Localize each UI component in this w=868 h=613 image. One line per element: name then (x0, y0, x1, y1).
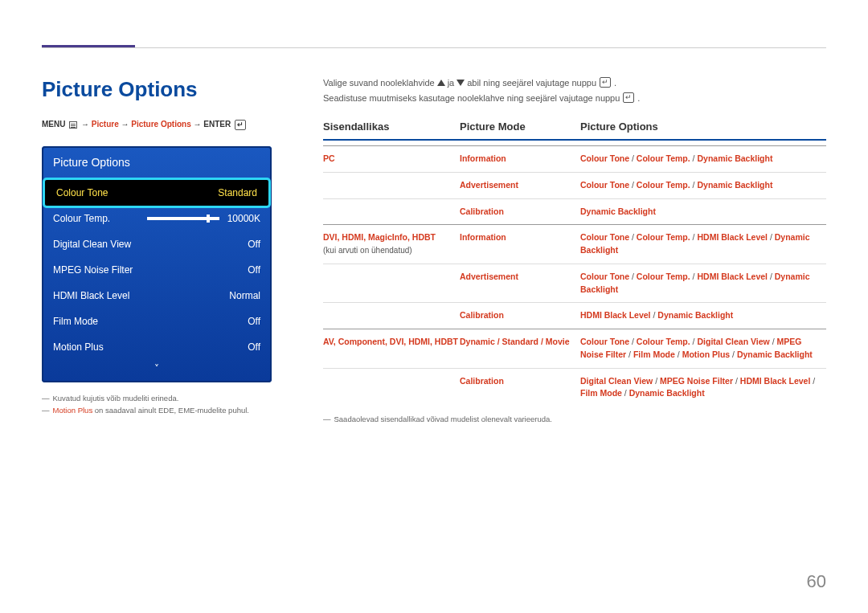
table-footer: ― Saadaolevad sisendallikad võivad mudel… (323, 415, 826, 423)
left-column: Picture Options MENU → Picture → Picture… (42, 77, 272, 423)
header-divider (42, 47, 826, 48)
breadcrumb-menu: MENU (42, 120, 65, 129)
cell-mode: Calibration (460, 309, 580, 322)
table-row: CalibrationDigital Clean View / MPEG Noi… (323, 368, 826, 407)
cell-source (323, 271, 460, 296)
table-row: CalibrationHDMI Black Level / Dynamic Ba… (323, 302, 826, 329)
intro-line-1: Valige suvand nooleklahvide ja abil ning… (323, 77, 826, 88)
cell-options: Colour Tone / Colour Temp. / HDMI Black … (580, 271, 826, 296)
table-row: PCInformationColour Tone / Colour Temp. … (323, 145, 826, 172)
intro-line-2: Seadistuse muutmiseks kasutage nooleklah… (323, 92, 826, 103)
footnote-1: ― Kuvatud kujutis võib mudeliti erineda. (42, 394, 272, 403)
table-row: AdvertisementColour Tone / Colour Temp. … (323, 264, 826, 303)
table-header: Sisendallikas Picture Mode Picture Optio… (323, 121, 826, 141)
osd-more-indicator[interactable]: ˅ (42, 360, 272, 374)
osd-row[interactable]: Colour ToneStandard (45, 180, 268, 206)
osd-row-label: Digital Clean View (53, 239, 131, 250)
osd-row[interactable]: Motion PlusOff (42, 334, 272, 360)
cell-mode: Advertisement (460, 179, 580, 192)
cell-source (323, 206, 460, 219)
osd-row-label: Colour Tone (56, 187, 108, 198)
cell-mode: Calibration (460, 206, 580, 219)
osd-row-value: Off (248, 341, 260, 353)
osd-row[interactable]: Film ModeOff (42, 309, 272, 334)
cell-options: Colour Tone / Colour Temp. / Dynamic Bac… (580, 179, 826, 192)
enter-icon: ↵ (235, 120, 246, 130)
cell-source (323, 309, 460, 322)
cell-mode: Calibration (460, 375, 580, 401)
menu-icon (69, 121, 77, 129)
table-row: DVI, HDMI, MagicInfo, HDBT(kui arvuti on… (323, 224, 826, 264)
osd-row-label: MPEG Noise Filter (53, 264, 133, 276)
osd-row-value: Off (248, 239, 260, 250)
osd-row-value: Standard (218, 187, 257, 198)
page-number: 60 (807, 571, 826, 592)
slider[interactable] (147, 217, 219, 220)
arrow-up-icon (437, 80, 445, 86)
osd-row-label: Motion Plus (53, 341, 104, 353)
table-row: AdvertisementColour Tone / Colour Temp. … (323, 172, 826, 198)
table-row: AV, Component, DVI, HDMI, HDBTDynamic / … (323, 329, 826, 368)
options-table: Sisendallikas Picture Mode Picture Optio… (323, 121, 826, 423)
osd-panel-title: Picture Options (42, 146, 272, 180)
footnote-2: ― Motion Plus on saadaval ainult EDE, EM… (42, 406, 272, 415)
breadcrumb-enter: ENTER (203, 120, 231, 129)
osd-row-value: Off (248, 316, 260, 327)
osd-row-label: Colour Temp. (53, 213, 110, 224)
breadcrumb: MENU → Picture → Picture Options → ENTER… (42, 120, 272, 130)
osd-row[interactable]: MPEG Noise FilterOff (42, 257, 272, 283)
breadcrumb-picture: Picture (92, 120, 119, 129)
osd-row-label: HDMI Black Level (53, 290, 129, 301)
osd-row[interactable]: HDMI Black LevelNormal (42, 283, 272, 309)
cell-options: HDMI Black Level / Dynamic Backlight (580, 309, 826, 322)
cell-options: Digital Clean View / MPEG Noise Filter /… (580, 375, 826, 401)
cell-source (323, 375, 460, 401)
cell-options: Dynamic Backlight (580, 206, 826, 219)
col-header-source: Sisendallikas (323, 121, 460, 133)
cell-mode: Dynamic / Standard / Movie (460, 336, 580, 362)
cell-options: Colour Tone / Colour Temp. / Digital Cle… (580, 336, 826, 362)
enter-icon: ↵ (623, 92, 634, 103)
osd-row-value: 10000K (227, 213, 260, 224)
page-title: Picture Options (42, 77, 272, 102)
breadcrumb-picture-options: Picture Options (131, 120, 190, 129)
table-row: CalibrationDynamic Backlight (323, 198, 826, 225)
col-header-mode: Picture Mode (460, 121, 580, 133)
arrow-down-icon (457, 80, 465, 86)
cell-mode: Advertisement (460, 271, 580, 296)
col-header-options: Picture Options (580, 121, 826, 133)
cell-mode: Information (460, 153, 580, 166)
osd-row[interactable]: Colour Temp.10000K (42, 206, 272, 231)
cell-source: AV, Component, DVI, HDMI, HDBT (323, 336, 460, 362)
cell-source (323, 179, 460, 192)
right-column: Valige suvand nooleklahvide ja abil ning… (323, 77, 826, 423)
enter-icon: ↵ (600, 77, 611, 88)
cell-source: PC (323, 153, 460, 166)
cell-source: DVI, HDMI, MagicInfo, HDBT(kui arvuti on… (323, 231, 460, 257)
cell-mode: Information (460, 231, 580, 257)
cell-options: Colour Tone / Colour Temp. / HDMI Black … (580, 231, 826, 257)
cell-options: Colour Tone / Colour Temp. / Dynamic Bac… (580, 153, 826, 166)
osd-panel: Picture Options Colour ToneStandardColou… (42, 146, 272, 382)
osd-row-value: Normal (229, 290, 260, 301)
osd-row[interactable]: Digital Clean ViewOff (42, 231, 272, 257)
osd-row-label: Film Mode (53, 316, 98, 327)
osd-row-value: Off (248, 264, 260, 276)
